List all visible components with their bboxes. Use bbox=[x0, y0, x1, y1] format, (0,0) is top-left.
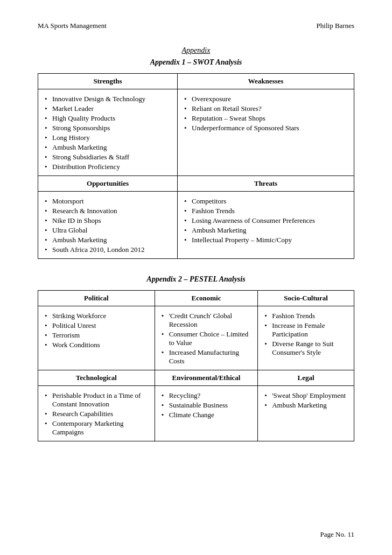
list-item: Contemporary Marketing Campaigns bbox=[44, 419, 149, 437]
weaknesses-header: Weaknesses bbox=[178, 74, 354, 89]
list-item: Consumer Choice – Limited to Value bbox=[160, 330, 253, 347]
swot-table: Strengths Weaknesses Innovative Design &… bbox=[38, 73, 354, 259]
header-left: MA Sports Management bbox=[38, 22, 107, 30]
threats-content: Competitors Fashion Trends Losing Awaren… bbox=[183, 195, 348, 244]
list-item: Research Capabilities bbox=[44, 410, 149, 418]
list-item: Ultra Global bbox=[44, 226, 172, 235]
legal-list: 'Sweat Shop' Employment Ambush Marketing bbox=[263, 391, 348, 410]
environmental-list: Recycling? Sustainable Business Climate … bbox=[160, 391, 253, 419]
opportunities-list: Motorsport Research & Innovation Nike ID… bbox=[44, 197, 172, 254]
list-item: Intellectual Property – Mimic/Copy bbox=[183, 236, 348, 244]
list-item: Market Leader bbox=[44, 104, 172, 113]
environmental-content: Recycling? Sustainable Business Climate … bbox=[160, 389, 253, 419]
legal-content: 'Sweat Shop' Employment Ambush Marketing bbox=[263, 389, 348, 410]
threats-cell: Competitors Fashion Trends Losing Awaren… bbox=[178, 192, 354, 259]
sociocultural-content: Fashion Trends Increase in Female Partic… bbox=[263, 310, 348, 357]
weaknesses-content: Overexposure Reliant on Retail Stores? R… bbox=[183, 93, 348, 132]
technological-list: Perishable Product in a Time of Constant… bbox=[44, 391, 149, 437]
pestel-table: Political Economic Socio-Cultural Striki… bbox=[38, 290, 354, 441]
page-number: Page No. 11 bbox=[320, 530, 354, 538]
list-item: Losing Awareness of Consumer Preferences bbox=[183, 216, 348, 225]
technological-content: Perishable Product in a Time of Constant… bbox=[44, 389, 149, 437]
weaknesses-cell: Overexposure Reliant on Retail Stores? R… bbox=[178, 89, 354, 176]
technological-cell: Perishable Product in a Time of Constant… bbox=[38, 386, 155, 441]
list-item: Motorsport bbox=[44, 197, 172, 206]
list-item: 'Sweat Shop' Employment bbox=[263, 391, 348, 400]
opportunities-content: Motorsport Research & Innovation Nike ID… bbox=[44, 195, 172, 254]
legal-cell: 'Sweat Shop' Employment Ambush Marketing bbox=[258, 386, 354, 441]
political-content: Striking Workforce Political Unrest Terr… bbox=[44, 310, 149, 349]
list-item: Ambush Marketing bbox=[44, 236, 172, 244]
appendix-title: Appendix bbox=[38, 46, 354, 55]
list-item: Striking Workforce bbox=[44, 312, 149, 320]
list-item: Research & Innovation bbox=[44, 207, 172, 215]
page-footer: Page No. 11 bbox=[320, 530, 354, 539]
economic-content: 'Credit Crunch' Global Recession Consume… bbox=[160, 310, 253, 366]
list-item: Sustainable Business bbox=[160, 401, 253, 410]
list-item: Reputation – Sweat Shops bbox=[183, 114, 348, 123]
list-item: Competitors bbox=[183, 197, 348, 206]
list-item: Ambush Marketing bbox=[44, 143, 172, 152]
list-item: Overexposure bbox=[183, 95, 348, 103]
list-item: Work Conditions bbox=[44, 341, 149, 349]
list-item: Perishable Product in a Time of Constant… bbox=[44, 391, 149, 409]
swot-section-title: Appendix 1 – SWOT Analysis bbox=[38, 58, 354, 67]
sociocultural-header: Socio-Cultural bbox=[258, 291, 354, 306]
list-item: Climate Change bbox=[160, 411, 253, 419]
environmental-cell: Recycling? Sustainable Business Climate … bbox=[155, 386, 258, 441]
list-item: Fashion Trends bbox=[263, 312, 348, 320]
header-right: Philip Barnes bbox=[317, 22, 354, 30]
strengths-cell: Innovative Design & Technology Market Le… bbox=[38, 89, 178, 176]
sociocultural-cell: Fashion Trends Increase in Female Partic… bbox=[258, 306, 354, 370]
threats-list: Competitors Fashion Trends Losing Awaren… bbox=[183, 197, 348, 244]
list-item: Recycling? bbox=[160, 391, 253, 400]
list-item: Underperformance of Sponsored Stars bbox=[183, 124, 348, 132]
list-item: Political Unrest bbox=[44, 321, 149, 330]
list-item: Ambush Marketing bbox=[263, 401, 348, 410]
list-item: Distribution Proficiency bbox=[44, 163, 172, 171]
list-item: 'Credit Crunch' Global Recession bbox=[160, 312, 253, 329]
list-item: South Africa 2010, London 2012 bbox=[44, 245, 172, 254]
economic-cell: 'Credit Crunch' Global Recession Consume… bbox=[155, 306, 258, 370]
strengths-header: Strengths bbox=[38, 74, 178, 89]
list-item: Fashion Trends bbox=[183, 207, 348, 215]
political-cell: Striking Workforce Political Unrest Terr… bbox=[38, 306, 155, 370]
list-item: High Quality Products bbox=[44, 114, 172, 123]
pestel-section-title: Appendix 2 – PESTEL Analysis bbox=[38, 275, 354, 284]
opportunities-header: Opportunities bbox=[38, 176, 178, 192]
strengths-list: Innovative Design & Technology Market Le… bbox=[44, 95, 172, 171]
sociocultural-list: Fashion Trends Increase in Female Partic… bbox=[263, 312, 348, 357]
list-item: Long History bbox=[44, 134, 172, 142]
list-item: Innovative Design & Technology bbox=[44, 95, 172, 103]
weaknesses-list: Overexposure Reliant on Retail Stores? R… bbox=[183, 95, 348, 132]
political-list: Striking Workforce Political Unrest Terr… bbox=[44, 312, 149, 349]
header: MA Sports Management Philip Barnes bbox=[38, 22, 354, 30]
technological-header: Technological bbox=[38, 370, 155, 386]
list-item: Strong Sponsorships bbox=[44, 124, 172, 132]
economic-list: 'Credit Crunch' Global Recession Consume… bbox=[160, 312, 253, 366]
environmental-header: Environmental/Ethical bbox=[155, 370, 258, 386]
political-header: Political bbox=[38, 291, 155, 306]
opportunities-cell: Motorsport Research & Innovation Nike ID… bbox=[38, 192, 178, 259]
list-item: Terrorism bbox=[44, 331, 149, 340]
list-item: Strong Subsidiaries & Staff bbox=[44, 153, 172, 161]
threats-header: Threats bbox=[178, 176, 354, 192]
list-item: Ambush Marketing bbox=[183, 226, 348, 235]
legal-header: Legal bbox=[258, 370, 354, 386]
list-item: Increase in Female Participation bbox=[263, 321, 348, 339]
list-item: Increased Manufacturing Costs bbox=[160, 348, 253, 366]
list-item: Reliant on Retail Stores? bbox=[183, 104, 348, 113]
list-item: Diverse Range to Suit Consumer's Style bbox=[263, 340, 348, 357]
strengths-content: Innovative Design & Technology Market Le… bbox=[44, 93, 172, 171]
economic-header: Economic bbox=[155, 291, 258, 306]
list-item: Nike ID in Shops bbox=[44, 216, 172, 225]
page: MA Sports Management Philip Barnes Appen… bbox=[0, 0, 392, 555]
